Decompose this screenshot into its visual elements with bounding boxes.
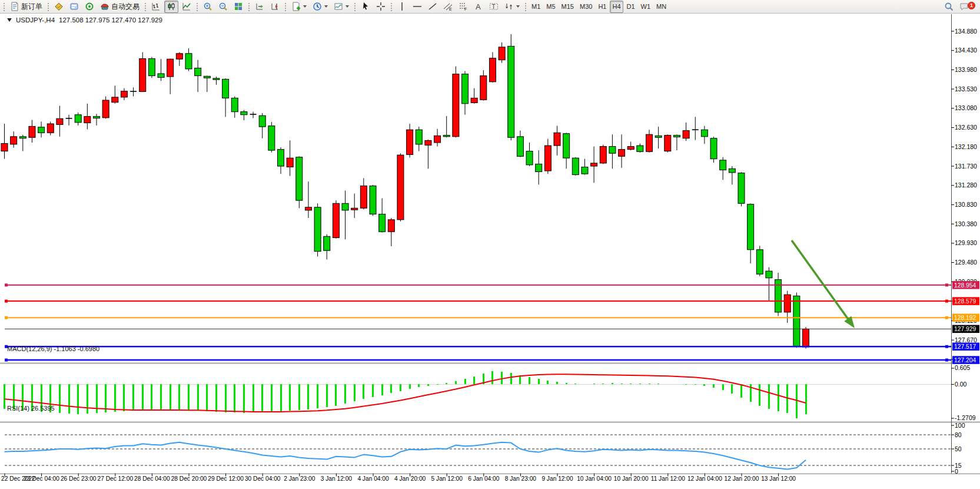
svg-text:T: T	[492, 4, 496, 10]
price-tag-label: 128.579	[954, 298, 976, 305]
time-tick-label: 10 Jan 20:00	[614, 475, 649, 482]
mt4-window: 134.880134.430133.980133.530133.080132.6…	[0, 0, 980, 489]
candle-body	[167, 59, 174, 77]
line-mode-button[interactable]	[180, 1, 194, 13]
price-tick-label: 127.670	[955, 336, 977, 343]
text-tool-button[interactable]: A	[471, 1, 486, 13]
panel-separator[interactable]	[0, 422, 980, 423]
time-tick-label: 10 Jan 04:00	[577, 475, 612, 482]
tf-h1-button[interactable]: H1	[596, 1, 609, 13]
channel-tool-button[interactable]: E	[441, 1, 455, 13]
templates-button[interactable]	[289, 1, 309, 13]
tf-h4-button[interactable]: H4	[610, 1, 623, 13]
auto-scroll-icon	[255, 2, 264, 11]
dropdown-caret-icon[interactable]	[303, 5, 307, 8]
chart-title[interactable]: USDJPY-,H4 127.508 127.975 127.470 127.9…	[7, 16, 162, 24]
line-anchor[interactable]	[945, 283, 948, 286]
price-tick-label: 131.280	[955, 181, 977, 189]
toolbar-grip	[46, 2, 50, 11]
data-window-button[interactable]	[67, 1, 81, 13]
zoom-out-icon	[218, 2, 228, 11]
zoom-out-button[interactable]	[216, 1, 230, 13]
chart-dropdown-icon[interactable]	[7, 18, 12, 22]
navigator-button[interactable]	[82, 1, 97, 13]
horizontal-line-tool-button[interactable]	[410, 1, 424, 13]
crosshair-button[interactable]	[374, 1, 388, 13]
chart-symbol: USDJPY-,H4	[16, 16, 55, 24]
panel-separator[interactable]	[0, 363, 980, 364]
dropdown-caret-icon[interactable]	[516, 5, 520, 8]
trendline-icon	[428, 2, 437, 11]
market-watch-button[interactable]	[52, 1, 66, 13]
line-anchor[interactable]	[5, 359, 8, 362]
toolbar-group-scroll	[252, 1, 283, 13]
toolbar-grip	[524, 2, 527, 11]
tf-mn-button[interactable]: MN	[654, 1, 669, 13]
line-anchor[interactable]	[5, 300, 8, 303]
vertical-line-tool-button[interactable]	[395, 1, 409, 13]
line-anchor[interactable]	[945, 359, 948, 362]
tile-windows-button[interactable]	[231, 1, 245, 13]
panel-separator[interactable]	[0, 474, 980, 475]
macd-tick-label: 0.00	[955, 381, 967, 388]
candle-body	[471, 98, 477, 103]
tf-d1-button[interactable]: D1	[624, 1, 637, 13]
periods-button[interactable]	[310, 1, 330, 13]
candle-body	[185, 54, 192, 69]
dropdown-caret-icon[interactable]	[324, 5, 328, 8]
tf-w1-button[interactable]: W1	[639, 1, 653, 13]
auto-scroll-button[interactable]	[253, 1, 267, 13]
price-tick-label: 134.430	[955, 47, 977, 54]
candle-body	[360, 186, 367, 208]
bar-chart-mode-button[interactable]	[149, 1, 163, 13]
tf-m5-button[interactable]: M5	[544, 1, 557, 13]
candle-body	[19, 137, 26, 138]
dropdown-caret-icon[interactable]	[346, 5, 349, 8]
candle-body	[139, 59, 146, 92]
zoom-in-button[interactable]	[201, 1, 215, 13]
time-tick-label: 8 Jan 23:00	[505, 475, 537, 482]
indicators-button[interactable]	[331, 1, 351, 13]
svg-text:A: A	[476, 2, 481, 11]
candle-body	[102, 100, 109, 118]
line-anchor[interactable]	[5, 283, 8, 286]
chart-shift-icon	[270, 2, 280, 11]
trendline-tool-button[interactable]	[426, 1, 440, 13]
search-button[interactable]	[942, 1, 956, 13]
current-price-tag-label: 127.929	[954, 326, 976, 332]
fibonacci-tool-button[interactable]: F	[456, 1, 470, 13]
notifications-button[interactable]: 1	[957, 1, 976, 13]
candle-body	[47, 124, 54, 133]
candle-body	[94, 117, 100, 118]
cursor-button[interactable]	[358, 1, 373, 13]
line-anchor[interactable]	[5, 316, 8, 319]
autotrading-button[interactable]: 自动交易	[98, 1, 142, 13]
candle-body	[655, 136, 662, 137]
candle-body	[720, 160, 726, 170]
toolbar-group-objects	[288, 1, 352, 13]
tf-m1-button[interactable]: M1	[529, 1, 543, 13]
candle-body	[803, 329, 809, 347]
line-anchor[interactable]	[945, 300, 948, 303]
label-tool-button[interactable]: T	[487, 1, 501, 13]
line-anchor[interactable]	[945, 316, 948, 319]
chart-ohlc-values: 127.508 127.975 127.470 127.929	[59, 16, 162, 24]
candle	[665, 134, 671, 153]
candle-body	[29, 126, 35, 137]
time-tick-label: 4 Jan 04:00	[357, 475, 389, 482]
tf-m30-button[interactable]: M30	[577, 1, 594, 13]
line-anchor[interactable]	[945, 345, 948, 348]
tf-m15-button[interactable]: M15	[559, 1, 576, 13]
chart-canvas: 134.880134.430133.980133.530133.080132.6…	[0, 0, 980, 489]
new-order-button[interactable]: 新订单	[8, 1, 45, 13]
toolbar: 新订单自动交易EFATM1M5M15M30H1H4D1W1MN1	[0, 0, 980, 14]
time-tick-label: 28 Dec 20:00	[171, 475, 207, 482]
candle-mode-button[interactable]	[164, 1, 178, 13]
candle	[314, 203, 321, 256]
candle-body	[738, 173, 745, 204]
chart-shift-button[interactable]	[268, 1, 282, 13]
candle-body	[324, 236, 330, 250]
candle-body	[388, 220, 394, 232]
price-tick-label: 133.530	[955, 85, 977, 92]
arrows-tool-button[interactable]	[502, 1, 522, 13]
